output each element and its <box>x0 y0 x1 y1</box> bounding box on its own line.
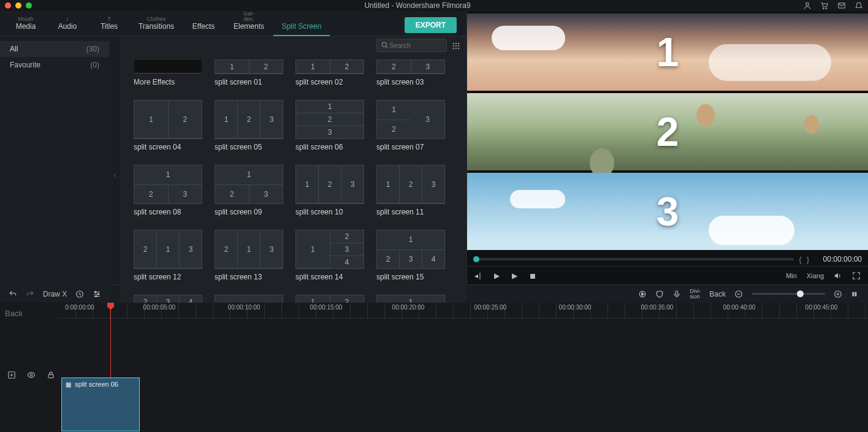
svg-point-15 <box>95 291 96 292</box>
preset-item[interactable]: 123 split screen 10 <box>295 165 364 216</box>
timeline-clip[interactable]: ▦ split screen 06 <box>61 377 140 431</box>
fullscreen-icon[interactable] <box>852 271 861 280</box>
preset-item[interactable]: 1 23 split screen 08 <box>134 165 202 216</box>
track-area[interactable]: ▦ split screen 06 <box>0 319 868 431</box>
zoom-in-icon[interactable] <box>834 289 842 298</box>
preset-item[interactable]: 12 3 split screen 07 <box>376 100 445 151</box>
scrub-bar: { } 00:00:00:00 <box>467 252 868 266</box>
zoom-slider[interactable] <box>752 293 825 295</box>
preset-item[interactable]: 213 split screen 13 <box>215 230 283 281</box>
mic-icon[interactable] <box>672 289 681 298</box>
zoom-out-icon[interactable] <box>734 289 743 298</box>
preset-item[interactable]: 1 234 split screen 15 <box>376 230 445 281</box>
close-window-icon[interactable] <box>5 2 11 9</box>
user-icon[interactable] <box>803 1 812 10</box>
svg-point-9 <box>455 45 457 47</box>
minimize-window-icon[interactable] <box>15 2 21 9</box>
clip-label: split screen 06 <box>75 381 118 388</box>
tab-split-screen[interactable]: Split Screen <box>273 17 330 36</box>
notification-icon[interactable] <box>855 1 863 10</box>
tab-audio[interactable]: ♪ Audio <box>47 17 88 36</box>
sliders-icon[interactable] <box>93 289 101 298</box>
track-visibility-icon[interactable] <box>27 371 36 380</box>
preset-item[interactable]: 12 split screen 01 <box>215 59 283 86</box>
preset-item[interactable]: 213 split screen 12 <box>134 230 202 281</box>
ruler-tick-label: 00:00:15:00 <box>310 304 343 311</box>
export-button[interactable]: EXPORT <box>405 17 457 33</box>
play-icon[interactable]: ▶ <box>494 271 500 280</box>
ruler-tick-label: 00:00:10:00 <box>228 304 261 311</box>
preset-grid: More Effects 12 split screen 01 12 split… <box>120 55 466 314</box>
preset-item[interactable]: 1 234 split screen 14 <box>295 230 364 281</box>
more-effects-item[interactable]: More Effects <box>134 59 202 86</box>
mail-icon[interactable] <box>837 1 846 10</box>
svg-point-6 <box>455 43 457 44</box>
sidebar-item-label: All <box>10 45 18 53</box>
mark-in-bracket[interactable]: { <box>799 255 801 264</box>
svg-point-2 <box>826 8 827 9</box>
zoom-fit-icon[interactable] <box>851 289 859 298</box>
volume-icon[interactable] <box>834 271 842 280</box>
player-controls: ◂∣ ▶ ▶ ◼ Min Xiang <box>467 266 868 284</box>
sidebar-item-count: (30) <box>86 45 99 53</box>
collapse-sidebar-handle[interactable]: ‹ <box>109 36 120 314</box>
tab-transitions[interactable]: Clothes Transitions <box>130 17 183 36</box>
prev-frame-icon[interactable]: ◂∣ <box>474 271 482 280</box>
sidebar-item-label: Favourite <box>10 61 40 69</box>
scrub-handle[interactable] <box>473 256 479 262</box>
play-forward-icon[interactable]: ▶ <box>512 271 517 280</box>
sidebar-item-all[interactable]: All (30) <box>0 41 109 57</box>
min-label: Min <box>786 272 797 279</box>
render-icon[interactable] <box>638 289 647 298</box>
ruler-tick-label: 00:00:40:00 <box>723 304 756 311</box>
grid-view-icon[interactable] <box>452 40 460 50</box>
cart-icon[interactable] <box>820 1 829 10</box>
svg-point-7 <box>458 43 459 44</box>
undo-icon[interactable] <box>9 289 17 298</box>
preset-item[interactable]: 12 split screen 02 <box>295 59 364 86</box>
tab-elements[interactable]: Gar- den. Elements <box>224 11 273 36</box>
history-icon[interactable] <box>75 289 84 298</box>
preset-item[interactable]: 123 split screen 05 <box>215 100 283 151</box>
search-icon <box>381 41 389 50</box>
preview-pane-2: 2 <box>467 93 868 170</box>
draw-tool[interactable]: Draw X <box>43 290 67 298</box>
svg-point-13 <box>458 48 459 49</box>
zoom-handle[interactable] <box>797 290 804 297</box>
timeline-back-label: Back <box>5 309 23 318</box>
svg-point-16 <box>98 294 99 295</box>
shield-icon[interactable] <box>655 289 664 298</box>
redo-icon[interactable] <box>26 289 34 298</box>
preview-pane-3: 3 <box>467 173 868 250</box>
track-lock-icon[interactable] <box>47 371 55 380</box>
svg-rect-23 <box>855 292 856 296</box>
ruler-tick-label: 0:00:00:00 <box>65 304 94 311</box>
ruler-tick-label: 00:00:20:00 <box>392 304 425 311</box>
preset-item[interactable]: 12 split screen 04 <box>134 100 202 151</box>
mark-out-bracket[interactable]: } <box>807 255 809 264</box>
preset-item[interactable]: 1 23 split screen 09 <box>215 165 283 216</box>
preset-item[interactable]: 23 split screen 03 <box>376 59 445 86</box>
maximize-window-icon[interactable] <box>26 2 32 9</box>
preset-item[interactable]: 123 split screen 06 <box>295 100 364 151</box>
scrub-time: 00:00:00:00 <box>814 255 862 263</box>
audio-icon: ♪ <box>47 17 88 22</box>
sidebar-item-favourite[interactable]: Favourite (0) <box>0 57 109 73</box>
titlebar: Untitled - Wondershare Filmora9 <box>0 0 868 11</box>
timeline-ruler[interactable]: 0:00:00:0000:00:05:0000:00:10:0000:00:15… <box>59 303 868 319</box>
tab-titles[interactable]: T Titles <box>88 17 130 36</box>
preset-item[interactable]: 123 split screen 11 <box>376 165 445 216</box>
tab-effects[interactable]: Effects <box>183 17 224 36</box>
titles-icon: T <box>88 17 130 22</box>
svg-point-25 <box>30 374 32 377</box>
svg-point-1 <box>823 8 824 9</box>
preview-viewport[interactable]: 1 2 3 <box>467 11 868 252</box>
track-add-icon[interactable] <box>7 371 16 380</box>
scrub-track[interactable] <box>473 258 794 260</box>
stop-icon[interactable]: ◼ <box>530 271 536 280</box>
search-input[interactable] <box>376 39 447 52</box>
svg-rect-19 <box>676 291 679 295</box>
tab-media[interactable]: Mouth Media <box>5 17 47 36</box>
svg-rect-26 <box>48 375 53 378</box>
svg-point-10 <box>458 45 459 47</box>
